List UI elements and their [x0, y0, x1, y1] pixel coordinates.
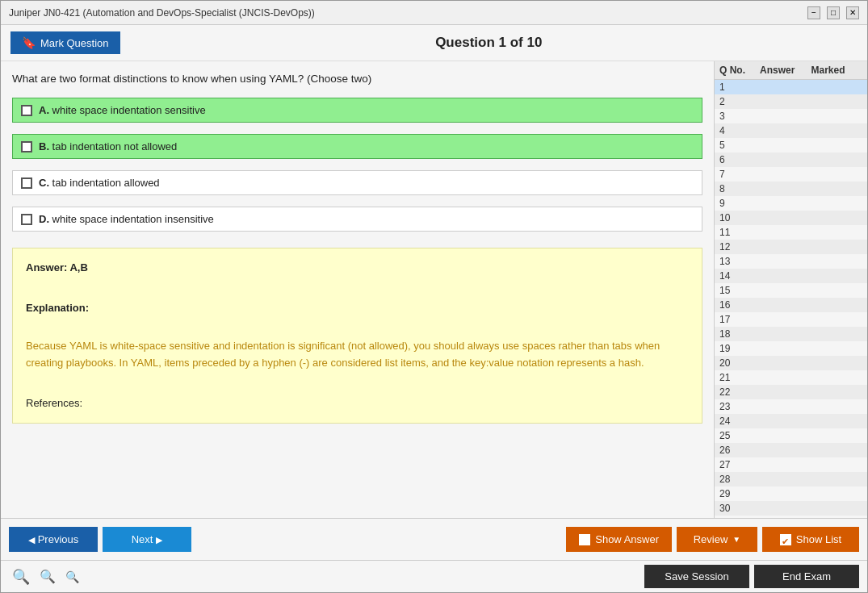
maximize-button[interactable]: □ [827, 6, 840, 19]
sidebar-row[interactable]: 28 [715, 472, 867, 487]
sidebar-row-answer [760, 256, 811, 267]
sidebar-col-answer: Answer [760, 65, 811, 76]
mark-question-button[interactable]: 🔖 Mark Question [10, 31, 120, 54]
option-d[interactable]: D. white space indentation insensitive [12, 207, 702, 232]
zoom-normal-button[interactable]: 🔍 [36, 567, 59, 586]
end-exam-button[interactable]: End Exam [754, 565, 859, 588]
sidebar-row-answer [760, 357, 811, 369]
sidebar-row[interactable]: 23 [715, 399, 867, 414]
sidebar-row-answer [760, 212, 811, 223]
save-session-button[interactable]: Save Session [644, 565, 749, 588]
sidebar-row[interactable]: 24 [715, 414, 867, 428]
option-d-text: D. white space indentation insensitive [39, 213, 214, 225]
explanation-label: Explanation: [26, 300, 689, 317]
sidebar-row[interactable]: 1 [715, 80, 867, 94]
sidebar-row[interactable]: 16 [715, 298, 867, 312]
sidebar-row[interactable]: 18 [715, 327, 867, 341]
show-answer-button[interactable]: Show Answer [566, 527, 672, 552]
sidebar-row-num: 19 [719, 343, 760, 354]
option-b[interactable]: B. tab indentation not allowed [12, 134, 702, 159]
sidebar-row[interactable]: 22 [715, 385, 867, 399]
minimize-button[interactable]: − [807, 6, 820, 19]
sidebar-row-num: 29 [719, 488, 760, 499]
sidebar-row-marked [811, 140, 863, 151]
sidebar-row-marked [811, 430, 863, 441]
option-c[interactable]: C. tab indentation allowed [12, 170, 702, 195]
sidebar-row[interactable]: 30 [715, 501, 867, 516]
answer-label: Answer: A,B [26, 260, 689, 277]
sidebar-row-marked [811, 270, 863, 282]
zoom-in-button[interactable]: 🔍 [9, 566, 33, 587]
sidebar-row-num: 16 [719, 299, 760, 311]
references-label: References: [26, 395, 689, 412]
sidebar-row[interactable]: 7 [715, 167, 867, 182]
sidebar-row-marked [811, 169, 863, 180]
sidebar-row-answer [760, 285, 811, 296]
sidebar-row[interactable]: 15 [715, 283, 867, 298]
sidebar-row[interactable]: 12 [715, 240, 867, 254]
sidebar-row-num: 5 [719, 140, 760, 151]
sidebar-row[interactable]: 29 [715, 487, 867, 501]
question-title: Question 1 of 10 [120, 35, 858, 51]
sidebar-row[interactable]: 4 [715, 123, 867, 138]
sidebar-row-num: 1 [719, 81, 760, 93]
sidebar-row[interactable]: 17 [715, 312, 867, 327]
option-a-text: A. white space indentation sensitive [39, 104, 206, 116]
review-button[interactable]: Review ▼ [677, 527, 757, 552]
sidebar-row-marked [811, 445, 863, 456]
sidebar-row-marked [811, 285, 863, 296]
sidebar-row[interactable]: 9 [715, 196, 867, 211]
sidebar-col-marked: Marked [811, 65, 863, 76]
option-a-checkbox[interactable] [21, 105, 32, 116]
sidebar-row-marked [811, 328, 863, 340]
answer-box: Answer: A,B Explanation: Because YAML is… [12, 248, 702, 424]
sidebar-row[interactable]: 27 [715, 457, 867, 472]
sidebar-row-answer [760, 140, 811, 151]
show-answer-icon [579, 534, 590, 545]
sidebar-list: 1234567891011121314151617181920212223242… [715, 80, 867, 518]
sidebar-row-answer [760, 430, 811, 441]
sidebar-row[interactable]: 6 [715, 152, 867, 167]
sidebar-row[interactable]: 19 [715, 341, 867, 356]
sidebar-row-marked [811, 474, 863, 485]
sidebar-row-answer [760, 459, 811, 470]
sidebar-row[interactable]: 25 [715, 428, 867, 443]
sidebar-row-marked [811, 503, 863, 514]
sidebar-row-num: 24 [719, 416, 760, 427]
sidebar-row[interactable]: 14 [715, 269, 867, 283]
sidebar-row-num: 3 [719, 111, 760, 122]
sidebar-row[interactable]: 2 [715, 94, 867, 109]
next-button[interactable]: Next [103, 527, 191, 552]
sidebar-row-marked [811, 154, 863, 165]
sidebar-row-answer [760, 299, 811, 311]
sidebar-row-answer [760, 169, 811, 180]
sidebar-row-num: 22 [719, 386, 760, 398]
sidebar-row[interactable]: 20 [715, 356, 867, 370]
close-button[interactable]: ✕ [846, 6, 859, 19]
option-c-checkbox[interactable] [21, 177, 32, 189]
sidebar-row-answer [760, 372, 811, 383]
sidebar-row-num: 23 [719, 401, 760, 412]
sidebar-row-answer [760, 241, 811, 253]
sidebar-row-num: 14 [719, 270, 760, 282]
zoom-out-button[interactable]: 🔍 [62, 569, 82, 585]
sidebar-row-answer [760, 154, 811, 165]
previous-label: Previous [38, 533, 79, 545]
sidebar-row-marked [811, 459, 863, 470]
option-d-checkbox[interactable] [21, 214, 32, 225]
review-label: Review [694, 533, 728, 545]
sidebar-row-num: 26 [719, 445, 760, 456]
show-list-label: Show List [796, 533, 841, 545]
sidebar-row[interactable]: 8 [715, 182, 867, 196]
sidebar-row[interactable]: 10 [715, 211, 867, 225]
sidebar-row[interactable]: 11 [715, 225, 867, 240]
sidebar-row[interactable]: 21 [715, 370, 867, 385]
sidebar-row[interactable]: 3 [715, 109, 867, 123]
option-a[interactable]: A. white space indentation sensitive [12, 98, 702, 123]
option-b-checkbox[interactable] [21, 141, 32, 152]
sidebar-row[interactable]: 13 [715, 254, 867, 269]
sidebar-row[interactable]: 26 [715, 443, 867, 457]
sidebar-row[interactable]: 5 [715, 138, 867, 152]
previous-button[interactable]: Previous [9, 527, 98, 552]
show-list-button[interactable]: ✔ Show List [762, 527, 859, 552]
